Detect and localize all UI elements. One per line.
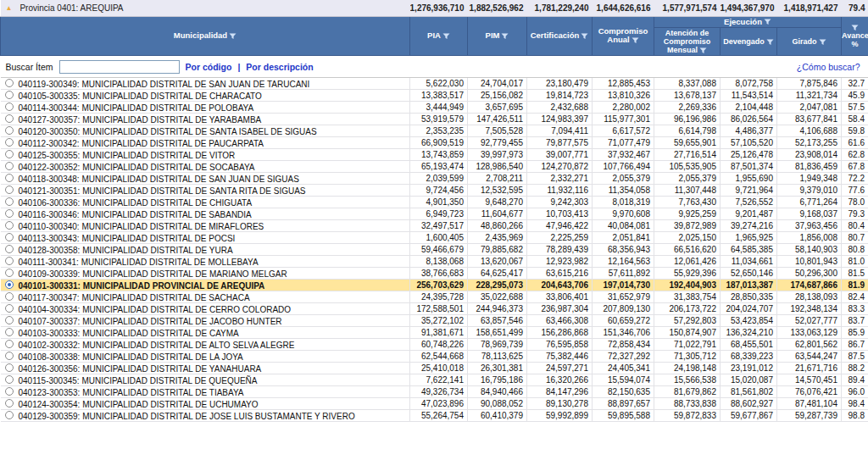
col-header-municipalidad[interactable]: Municipalidad <box>1 16 410 56</box>
row-value: 58,140,903 <box>777 244 842 256</box>
table-row[interactable]: 040129-300359: MUNICIPALIDAD DISTRITAL D… <box>1 410 868 422</box>
row-radio[interactable] <box>5 352 14 360</box>
table-row[interactable]: 040103-300333: MUNICIPALIDAD DISTRITAL D… <box>1 327 868 339</box>
row-radio[interactable] <box>5 269 14 277</box>
summary-value-pia: 1,276,936,710 <box>410 0 468 16</box>
table-row[interactable]: 040122-300352: MUNICIPALIDAD DISTRITAL D… <box>1 161 868 173</box>
table-row[interactable]: 040112-300342: MUNICIPALIDAD DISTRITAL D… <box>1 137 868 149</box>
search-by-description-link[interactable]: Por descripción <box>246 62 313 72</box>
filter-icon[interactable] <box>501 33 509 40</box>
row-radio[interactable] <box>5 363 14 372</box>
province-summary-row[interactable]: ▲Provincia 0401: AREQUIPA 1,276,936,710 … <box>1 0 868 16</box>
table-row[interactable]: 040128-300358: MUNICIPALIDAD DISTRITAL D… <box>1 244 868 256</box>
table-row[interactable]: 040110-300340: MUNICIPALIDAD DISTRITAL D… <box>1 220 868 232</box>
table-row[interactable]: 040119-300349: MUNICIPALIDAD DISTRITAL D… <box>1 78 868 90</box>
how-to-search-link[interactable]: ¿Cómo buscar? <box>797 62 864 72</box>
row-label: 040105-300335: MUNICIPALIDAD DISTRITAL D… <box>19 91 262 101</box>
filter-icon[interactable] <box>766 39 774 46</box>
table-row[interactable]: 040124-300354: MUNICIPALIDAD DISTRITAL D… <box>1 398 868 410</box>
row-radio[interactable] <box>5 221 14 230</box>
row-value: 81.5 <box>842 268 868 280</box>
table-row[interactable]: 040101-300331: MUNICIPALIDAD PROVINCIAL … <box>1 280 868 291</box>
filter-icon[interactable] <box>699 47 707 54</box>
table-row[interactable]: 040123-300353: MUNICIPALIDAD DISTRITAL D… <box>1 386 868 398</box>
row-label: 040123-300353: MUNICIPALIDAD DISTRITAL D… <box>19 388 244 397</box>
filter-icon[interactable] <box>442 33 450 40</box>
row-radio[interactable] <box>5 126 14 135</box>
search-by-code-link[interactable]: Por código <box>186 62 232 72</box>
row-radio[interactable] <box>5 387 14 396</box>
row-radio[interactable] <box>5 375 14 384</box>
row-radio[interactable] <box>5 197 14 206</box>
table-row[interactable]: 040109-300339: MUNICIPALIDAD DISTRITAL D… <box>1 268 868 280</box>
row-value: 60,748,226 <box>410 339 468 351</box>
col-header-pim[interactable]: PIM <box>468 16 527 56</box>
row-radio[interactable] <box>5 328 14 336</box>
table-row[interactable]: 040115-300345: MUNICIPALIDAD DISTRITAL D… <box>1 374 868 386</box>
col-header-girado[interactable]: Girado <box>777 28 842 56</box>
filter-icon[interactable] <box>851 25 859 31</box>
row-radio[interactable] <box>5 280 14 289</box>
row-radio[interactable] <box>5 174 14 182</box>
row-value: 12,923,982 <box>527 256 593 268</box>
row-radio[interactable] <box>5 257 14 265</box>
row-label: 040103-300333: MUNICIPALIDAD DISTRITAL D… <box>19 329 239 338</box>
row-value: 2,280,002 <box>593 102 654 114</box>
col-header-pia[interactable]: PIA <box>410 16 468 56</box>
row-value: 75,382,446 <box>527 351 593 363</box>
row-radio[interactable] <box>5 186 14 194</box>
table-row[interactable]: 040126-300356: MUNICIPALIDAD DISTRITAL D… <box>1 363 868 374</box>
row-radio[interactable] <box>5 399 14 407</box>
table-row[interactable]: 040104-300334: MUNICIPALIDAD DISTRITAL D… <box>1 303 868 315</box>
filter-icon[interactable] <box>229 33 236 40</box>
row-value: 88.2 <box>842 363 868 374</box>
col-header-certificacion[interactable]: Certificación <box>527 16 593 56</box>
table-row[interactable]: 040111-300341: MUNICIPALIDAD DISTRITAL D… <box>1 256 868 268</box>
row-radio[interactable] <box>5 292 14 301</box>
table-row[interactable]: 040117-300347: MUNICIPALIDAD DISTRITAL D… <box>1 291 868 303</box>
row-radio[interactable] <box>5 245 14 253</box>
col-header-atencion-compromiso-mensual[interactable]: Atención de Compromiso Mensual <box>654 28 721 56</box>
table-row[interactable]: 040113-300343: MUNICIPALIDAD DISTRITAL D… <box>1 232 868 244</box>
col-header-devengado[interactable]: Devengado <box>721 28 777 56</box>
col-header-compromiso-anual[interactable]: Compromiso Anual <box>593 16 654 56</box>
row-radio[interactable] <box>5 150 14 158</box>
row-radio[interactable] <box>5 411 14 419</box>
row-radio[interactable] <box>5 304 14 313</box>
table-row[interactable]: 040107-300337: MUNICIPALIDAD DISTRITAL D… <box>1 315 868 327</box>
row-value: 88,897,657 <box>593 398 654 410</box>
filter-icon[interactable] <box>764 19 771 25</box>
table-row[interactable]: 040116-300346: MUNICIPALIDAD DISTRITAL D… <box>1 208 868 220</box>
table-row[interactable]: 040102-300332: MUNICIPALIDAD DISTRITAL D… <box>1 339 868 351</box>
row-radio[interactable] <box>5 138 14 147</box>
row-radio[interactable] <box>5 114 14 123</box>
col-header-avance[interactable]: Avance % <box>842 16 868 56</box>
row-value: 151,346,706 <box>593 327 654 339</box>
search-input[interactable] <box>59 60 180 74</box>
row-radio[interactable] <box>5 209 14 218</box>
table-row[interactable]: 040105-300335: MUNICIPALIDAD DISTRITAL D… <box>1 90 868 102</box>
row-value: 10,703,413 <box>527 208 593 220</box>
row-radio[interactable] <box>5 162 14 170</box>
row-value: 13,810,326 <box>593 90 654 102</box>
table-row[interactable]: 040120-300350: MUNICIPALIDAD DISTRITAL D… <box>1 125 868 137</box>
row-radio[interactable] <box>5 79 14 87</box>
row-radio[interactable] <box>5 233 14 241</box>
row-radio[interactable] <box>5 340 14 348</box>
row-value: 15,594,074 <box>593 374 654 386</box>
table-row[interactable]: 040114-300344: MUNICIPALIDAD DISTRITAL D… <box>1 102 868 114</box>
table-row[interactable]: 040127-300357: MUNICIPALIDAD DISTRITAL D… <box>1 114 868 125</box>
table-row[interactable]: 040108-300338: MUNICIPALIDAD DISTRITAL D… <box>1 351 868 363</box>
table-row[interactable]: 040106-300336: MUNICIPALIDAD DISTRITAL D… <box>1 197 868 208</box>
row-radio[interactable] <box>5 316 14 324</box>
table-row[interactable]: 040125-300355: MUNICIPALIDAD DISTRITAL D… <box>1 149 868 161</box>
col-header-ejecucion[interactable]: Ejecución <box>654 16 842 28</box>
filter-icon[interactable] <box>581 33 588 40</box>
filter-icon[interactable] <box>632 37 639 44</box>
table-row[interactable]: 040121-300351: MUNICIPALIDAD DISTRITAL D… <box>1 185 868 197</box>
filter-icon[interactable] <box>819 39 826 46</box>
collapse-triangle-icon[interactable]: ▲ <box>6 4 13 12</box>
row-radio[interactable] <box>5 103 14 111</box>
row-radio[interactable] <box>5 91 14 99</box>
table-row[interactable]: 040118-300348: MUNICIPALIDAD DISTRITAL D… <box>1 173 868 185</box>
